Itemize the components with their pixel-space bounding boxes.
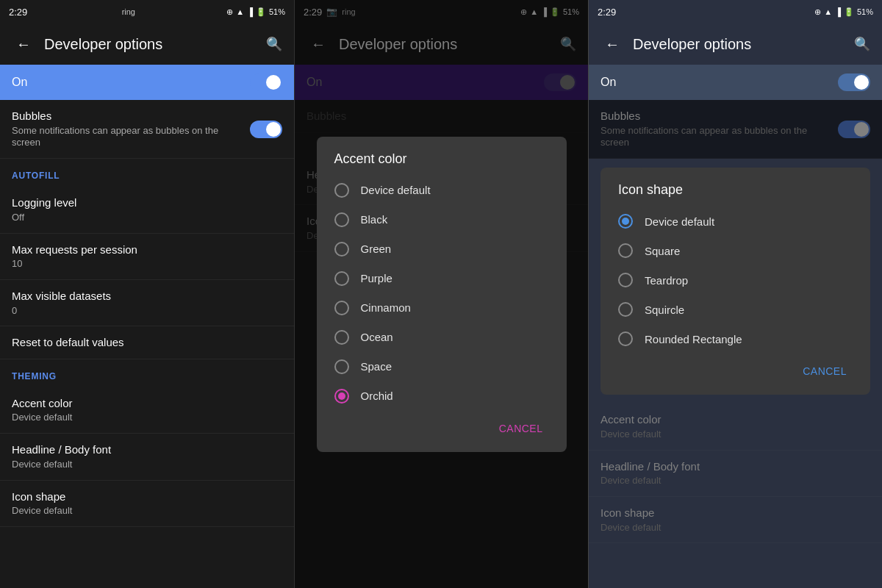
battery-pct-1: 51% — [269, 7, 285, 16]
bubbles-item-1[interactable]: Bubbles Some notifications can appear as… — [0, 100, 294, 159]
dialog-option-cinnamon[interactable]: Cinnamon — [317, 293, 567, 323]
dialog-option-square-3[interactable]: Square — [600, 236, 870, 265]
radio-cinnamon — [334, 301, 349, 315]
option-label-device-default-3: Device default — [645, 215, 714, 228]
on-bar-3: On — [589, 65, 882, 100]
icon-shape-title-3-bottom: Icon shape — [600, 506, 870, 520]
dialog-option-rounded-rect-3[interactable]: Rounded Rectangle — [600, 324, 870, 354]
cancel-button-accent[interactable]: Cancel — [487, 417, 555, 440]
radio-device-default-3 — [618, 214, 633, 229]
accent-color-item-3: Accent color Device default — [589, 404, 882, 450]
dialog-option-black[interactable]: Black — [317, 205, 567, 234]
autofill-section-header: AUTOFILL — [0, 159, 294, 187]
battery-pct-3: 51% — [857, 7, 873, 16]
accent-color-sub-3: Device default — [600, 429, 870, 441]
headline-font-title-1: Headline / Body font — [12, 442, 282, 457]
page-title-1: Developer options — [44, 36, 257, 53]
logging-level-sub: Off — [12, 212, 282, 224]
radio-inner-device-default-3 — [622, 218, 629, 225]
option-label-rounded-rect-3: Rounded Rectangle — [645, 333, 742, 345]
panel-2: 2:29 📷 ring ⊕ ▲ ▐ 🔋 51% ← Developer opti… — [294, 0, 588, 588]
max-visible-item[interactable]: Max visible datasets 0 — [0, 280, 294, 326]
search-button-3[interactable]: 🔍 — [854, 36, 870, 52]
icon-shape-dialog-container: Icon shape Device default Square Teardro… — [589, 159, 882, 404]
dialog-title-accent: Accent color — [317, 137, 567, 176]
app-bar-3: ← Developer options 🔍 — [589, 24, 882, 65]
max-visible-title: Max visible datasets — [12, 289, 282, 304]
signal-icon-3: ▐ — [835, 7, 841, 16]
status-icons-3: ⊕ ▲ ▐ 🔋 51% — [814, 7, 873, 17]
cancel-button-icon-shape[interactable]: Cancel — [791, 359, 858, 383]
logging-level-item[interactable]: Logging level Off — [0, 187, 294, 233]
accent-color-title-3: Accent color — [600, 412, 870, 427]
icon-shape-item-1[interactable]: Icon shape Device default — [0, 481, 294, 527]
radio-orchid — [334, 389, 349, 404]
dialog-option-green[interactable]: Green — [317, 234, 567, 264]
accent-color-dialog-overlay: Accent color Device default Black Green … — [295, 0, 588, 588]
radio-green — [334, 242, 349, 257]
icon-shape-dialog: Icon shape Device default Square Teardro… — [600, 168, 870, 395]
max-requests-title: Max requests per session — [12, 243, 282, 257]
radio-teardrop-3 — [618, 273, 633, 287]
time-3: 2:29 — [598, 7, 616, 18]
max-requests-item[interactable]: Max requests per session 10 — [0, 234, 294, 280]
wifi-icon: ▲ — [236, 7, 244, 16]
reset-defaults-item[interactable]: Reset to default values — [0, 326, 294, 359]
dialog-option-device-default-3[interactable]: Device default — [600, 207, 870, 236]
battery-icon-3: 🔋 — [844, 7, 854, 17]
bubbles-title-1: Bubbles — [12, 109, 241, 123]
radio-ocean — [334, 330, 349, 345]
headline-font-item-1[interactable]: Headline / Body font Device default — [0, 434, 294, 480]
bubbles-toggle-3[interactable] — [838, 121, 870, 138]
back-button-3[interactable]: ← — [600, 36, 624, 53]
option-label-orchid: Orchid — [361, 390, 393, 402]
settings-content-1: Bubbles Some notifications can appear as… — [0, 100, 294, 588]
dialog-option-orchid[interactable]: Orchid — [317, 381, 567, 411]
accent-color-item-1[interactable]: Accent color Device default — [0, 387, 294, 434]
headline-font-item-3: Headline / Body font Device default — [589, 451, 882, 497]
bubbles-title-3: Bubbles — [600, 109, 829, 123]
dialog-title-icon-shape: Icon shape — [600, 168, 870, 207]
panel-1: 2:29 ring ⊕ ▲ ▐ 🔋 51% ← Developer option… — [0, 0, 294, 588]
dialog-option-teardrop-3[interactable]: Teardrop — [600, 265, 870, 295]
max-visible-sub: 0 — [12, 305, 282, 318]
dialog-actions-icon-shape: Cancel — [600, 354, 870, 395]
dialog-option-space[interactable]: Space — [317, 352, 567, 381]
radio-square-3 — [618, 243, 633, 258]
dialog-option-ocean[interactable]: Ocean — [317, 323, 567, 352]
wifi-icon-3: ▲ — [824, 7, 832, 16]
vibrate-icon-3: ⊕ — [814, 7, 821, 17]
accent-color-sub-1: Device default — [12, 412, 282, 424]
radio-squircle-3 — [618, 302, 633, 317]
main-toggle-3[interactable] — [838, 74, 870, 91]
signal-icon: ▐ — [247, 7, 253, 16]
bubbles-sub-1: Some notifications can appear as bubbles… — [12, 125, 241, 150]
option-label-cinnamon: Cinnamon — [361, 301, 411, 314]
ring-label-1: ring — [122, 7, 135, 16]
search-button-1[interactable]: 🔍 — [266, 36, 282, 52]
battery-icon: 🔋 — [256, 7, 266, 17]
reset-defaults-title: Reset to default values — [12, 335, 282, 350]
radio-space — [334, 359, 349, 374]
on-bar-1: On — [0, 65, 294, 100]
dialog-option-squircle-3[interactable]: Squircle — [600, 295, 870, 324]
panel-3: 2:29 ⊕ ▲ ▐ 🔋 51% ← Developer options 🔍 O… — [588, 0, 882, 588]
dialog-option-device-default[interactable]: Device default — [317, 176, 567, 205]
bubbles-toggle-1[interactable] — [250, 121, 282, 138]
option-label-space: Space — [361, 360, 392, 373]
dialog-option-purple[interactable]: Purple — [317, 264, 567, 293]
status-bar-3: 2:29 ⊕ ▲ ▐ 🔋 51% — [589, 0, 882, 24]
option-label-green: Green — [361, 243, 392, 255]
option-label-teardrop-3: Teardrop — [645, 274, 688, 287]
back-button-1[interactable]: ← — [12, 36, 35, 53]
radio-black — [334, 212, 349, 227]
headline-font-sub-1: Device default — [12, 459, 282, 471]
option-label-ocean: Ocean — [361, 331, 393, 343]
radio-rounded-rect-3 — [618, 331, 633, 346]
bubbles-item-3: Bubbles Some notifications can appear as… — [589, 100, 882, 159]
icon-shape-title-1: Icon shape — [12, 490, 282, 504]
bubbles-sub-3: Some notifications can appear as bubbles… — [600, 125, 829, 150]
main-toggle-1[interactable] — [250, 74, 282, 91]
on-label-3: On — [600, 76, 616, 89]
headline-font-sub-3: Device default — [600, 475, 870, 487]
